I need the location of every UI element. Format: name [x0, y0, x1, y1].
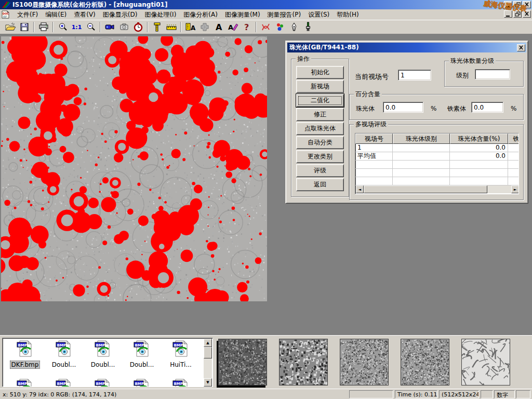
child-minimize-button[interactable] [504, 10, 512, 18]
op-button-1[interactable]: 新视场 [296, 80, 344, 93]
particles-icon[interactable] [273, 21, 287, 33]
table-header-2[interactable]: 珠光体含量(%) [450, 134, 508, 144]
menu-item-9[interactable]: 帮助(H) [333, 9, 362, 20]
table-cell [450, 177, 508, 185]
close-button[interactable] [523, 1, 531, 8]
help-icon[interactable]: ? [240, 21, 254, 33]
menu-item-3[interactable]: 图像显示(D) [99, 9, 141, 20]
scroll-right-icon[interactable]: ► [511, 185, 519, 193]
file-item-1[interactable]: BMPDoubl... [45, 340, 83, 369]
op-button-2[interactable]: 二值化 [296, 94, 344, 107]
text-icon[interactable]: A [211, 21, 225, 33]
menu-item-2[interactable]: 查看(V) [70, 9, 99, 20]
bmp-file-icon: BMP [123, 340, 161, 359]
pearlite-dialog: 珠光体(GB/T9441-88) 操作 初始化新视场二值化修正点取珠光体自动分类… [285, 41, 528, 204]
measure-text-icon[interactable]: A [183, 21, 197, 33]
scrollbar-thumb[interactable] [204, 347, 212, 358]
annotate-icon[interactable]: A [225, 21, 240, 33]
table-horizontal-scrollbar[interactable]: ◄ ► [356, 185, 519, 193]
file-item-row2-1[interactable]: BMP [45, 379, 83, 387]
brush-icon[interactable] [301, 21, 315, 33]
menu-item-1[interactable]: 编辑(E) [42, 9, 70, 20]
actual-size-button[interactable]: 1:1 [70, 21, 84, 33]
table-cell: 0.0 [450, 152, 508, 161]
multiview-table: 视场号珠光体级别珠光体含量(%)铁素体含量(%) 10.0平均值0.0 ◄ ► [355, 133, 519, 194]
video-camera-icon[interactable] [103, 21, 117, 33]
table-header-1[interactable]: 珠光体级别 [393, 134, 450, 144]
scroll-up-icon[interactable]: ▲ [204, 339, 212, 347]
bmp-file-icon: BMP [162, 340, 200, 359]
dialog-close-button[interactable] [517, 44, 525, 51]
menu-item-8[interactable]: 设置(S) [304, 9, 333, 20]
svg-text:BMP: BMP [135, 382, 144, 386]
op-button-8[interactable]: 返回 [296, 178, 344, 191]
maximize-button[interactable] [513, 1, 522, 8]
status-pane-empty-2 [481, 390, 493, 398]
child-restore-button[interactable] [513, 10, 522, 18]
file-item-row2-3[interactable]: BMP [123, 379, 161, 387]
ruler-icon[interactable] [164, 21, 178, 33]
table-cell [393, 161, 450, 169]
scroll-left-icon[interactable]: ◄ [356, 185, 364, 193]
pearlite-percent-input[interactable] [383, 102, 423, 113]
menu-item-4[interactable]: 图像处理(I) [141, 9, 180, 20]
table-row-2[interactable] [355, 161, 518, 169]
timer-icon[interactable] [131, 21, 145, 33]
zoom-in-icon[interactable] [56, 21, 70, 33]
current-view-input[interactable] [398, 70, 431, 81]
zoom-out-icon[interactable] [84, 21, 98, 33]
child-close-button[interactable] [523, 10, 531, 18]
menu-item-6[interactable]: 图像测量(M) [221, 9, 264, 20]
app-logo-icon [2, 1, 11, 8]
save-icon[interactable] [17, 21, 31, 33]
preview-thumbnail-4[interactable] [401, 339, 449, 385]
percent-group-label: 百分含量 [354, 90, 382, 98]
file-item-row2-2[interactable]: BMP [84, 379, 122, 387]
file-item-row2-4[interactable]: BMP [162, 379, 200, 387]
table-header-3[interactable]: 铁素体含量(%) [508, 134, 519, 144]
caliper-icon[interactable] [150, 21, 164, 33]
bmp-file-icon: BMP [162, 379, 200, 387]
preview-thumbnail-5[interactable] [461, 339, 510, 385]
camera-icon[interactable] [117, 21, 131, 33]
op-button-3[interactable]: 修正 [296, 108, 344, 121]
table-row-4[interactable] [355, 177, 518, 185]
svg-text:?: ? [244, 22, 249, 32]
op-button-4[interactable]: 点取珠光体 [296, 122, 344, 135]
file-name: Doubl... [51, 361, 77, 368]
document-icon: DOC [1, 10, 11, 19]
svg-text:BMP: BMP [174, 343, 183, 348]
file-browser-scrollbar[interactable]: ▲ ▼ [204, 339, 212, 387]
file-item-0[interactable]: BMPDKF.bmp [6, 340, 44, 369]
pen-icon[interactable] [287, 21, 301, 33]
scrollbar-thumb[interactable] [364, 185, 487, 193]
preview-thumbnail-2[interactable] [279, 339, 328, 385]
window-title: IS100显微摄像系统(金相分析版) - [zhuguangti01] [12, 1, 167, 9]
menu-item-5[interactable]: 图像分析(A) [180, 9, 221, 20]
grade-input[interactable] [475, 69, 510, 79]
op-button-7[interactable]: 评级 [296, 164, 344, 177]
op-button-5[interactable]: 自动分类 [296, 136, 344, 149]
minimize-button[interactable] [504, 1, 512, 8]
open-icon[interactable] [3, 21, 17, 33]
menu-item-7[interactable]: 测量报告(P) [264, 9, 305, 20]
file-item-2[interactable]: BMPDoubl... [84, 340, 122, 369]
preview-thumbnail-3[interactable] [340, 339, 389, 385]
file-item-4[interactable]: BMPHuiTi... [162, 340, 200, 369]
table-row-0[interactable]: 10.0 [355, 144, 518, 152]
preview-thumbnail-1[interactable] [218, 339, 267, 385]
op-button-0[interactable]: 初始化 [296, 66, 344, 79]
specimen-image[interactable] [1, 36, 267, 301]
curve-tool-icon[interactable] [259, 21, 273, 33]
print-icon[interactable] [36, 21, 50, 33]
table-header-0[interactable]: 视场号 [355, 134, 393, 144]
table-row-1[interactable]: 平均值0.0 [355, 152, 518, 161]
file-item-3[interactable]: BMPDoubl... [123, 340, 161, 369]
op-button-6[interactable]: 更改类别 [296, 150, 344, 163]
grid-cross-icon[interactable] [197, 21, 211, 33]
ferrite-percent-input[interactable] [471, 102, 503, 113]
scroll-down-icon[interactable]: ▼ [204, 378, 212, 387]
menu-item-0[interactable]: 文件(F) [14, 9, 42, 20]
file-item-row2-0[interactable]: BMP [6, 379, 44, 387]
table-row-3[interactable] [355, 169, 518, 177]
